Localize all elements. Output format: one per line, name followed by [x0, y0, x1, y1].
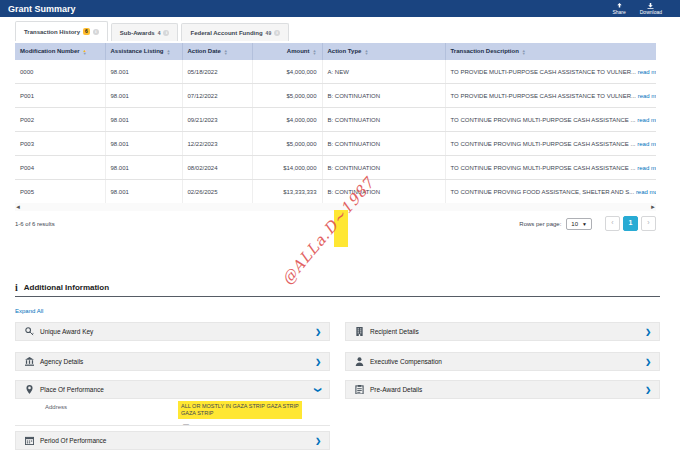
info-icon[interactable]: i	[93, 29, 99, 35]
page-title: Grant Summary	[8, 4, 76, 14]
address-value: ALL OR MOSTLY IN GAZA STRIP GAZA STRIP G…	[178, 401, 302, 419]
info-icon[interactable]: i	[274, 30, 280, 36]
chevron-right-icon: ❯	[315, 328, 321, 336]
table-row: P003 98.001 12/22/2023 $5,000,000 B: CON…	[15, 132, 656, 156]
map-marker-icon	[24, 385, 34, 395]
table-row: P001 98.001 07/12/2022 $5,000,000 B: CON…	[15, 84, 656, 108]
additional-information-header: i Additional Information	[15, 282, 109, 293]
read-more-link[interactable]: read more	[637, 117, 656, 123]
chevron-right-icon: ❯	[315, 358, 321, 366]
tab-federal-account-funding[interactable]: Federal Account Funding 49 i	[181, 23, 289, 41]
grant-summary-page: Grant Summary Share Download Transaction…	[0, 0, 680, 452]
section-title: Additional Information	[24, 283, 109, 292]
read-more-link[interactable]: read more	[637, 141, 656, 147]
results-count: 1-6 of 6 results	[15, 221, 55, 227]
info-icon[interactable]: i	[163, 30, 169, 36]
count-badge: 6	[83, 28, 90, 35]
accordion-agency-details[interactable]: Agency Details ❯	[15, 352, 330, 371]
tab-sub-awards[interactable]: Sub-Awards 4 i	[111, 23, 179, 41]
key-icon	[24, 327, 34, 337]
read-more-link[interactable]: read more	[637, 165, 656, 171]
next-page-button[interactable]: ›	[641, 216, 656, 231]
sort-icon: ▲▼	[313, 49, 317, 55]
address-dash: —	[183, 421, 189, 427]
chevron-right-icon: ❯	[645, 328, 651, 336]
chevron-down-icon: ❯	[314, 387, 322, 393]
clipboard-icon	[354, 385, 364, 395]
top-bar: Grant Summary Share Download	[0, 0, 680, 17]
chevron-right-icon: ❯	[315, 437, 321, 445]
expand-all-link[interactable]: Expand All	[15, 308, 43, 314]
table-row: P004 98.001 08/02/2024 $14,000,000 B: CO…	[15, 156, 656, 180]
sort-icon: ▲▼	[364, 49, 368, 55]
watermark-highlight	[334, 210, 348, 247]
sort-icon: ▲▼	[167, 49, 171, 55]
download-button[interactable]: Download	[640, 3, 662, 15]
rows-per-page-select[interactable]: 10 ▼	[566, 218, 592, 230]
col-action-date[interactable]: Action Date▲▼	[182, 43, 252, 60]
scroll-right-icon[interactable]: ►	[650, 203, 656, 211]
address-label: Address	[45, 404, 67, 410]
read-more-link[interactable]: read more	[638, 69, 656, 75]
chevron-down-icon: ▼	[582, 221, 587, 227]
person-icon	[354, 357, 364, 367]
chevron-right-icon: ❯	[645, 386, 651, 394]
place-of-performance-content: Address ALL OR MOSTLY IN GAZA STRIP GAZA…	[15, 399, 330, 426]
table-row: P002 98.001 09/21/2023 $4,000,000 B: CON…	[15, 108, 656, 132]
table-header-row: Modification Number▲▼ Assistance Listing…	[15, 43, 656, 60]
col-modification-number[interactable]: Modification Number▲▼	[15, 43, 105, 60]
col-amount[interactable]: Amount▲▼	[252, 43, 322, 60]
page-1-button[interactable]: 1	[623, 216, 638, 231]
transaction-table: Modification Number▲▼ Assistance Listing…	[15, 43, 656, 204]
col-assistance-listing[interactable]: Assistance Listing▲▼	[105, 43, 182, 60]
sort-icon: ▲▼	[224, 49, 228, 55]
read-more-link[interactable]: read more	[636, 189, 656, 195]
rows-per-page-label: Rows per page:	[519, 221, 561, 227]
accordion-recipient-details[interactable]: Recipient Details ❯	[345, 322, 660, 341]
read-more-link[interactable]: read more	[638, 93, 656, 99]
share-button[interactable]: Share	[612, 3, 625, 15]
accordion-pre-award-details[interactable]: Pre-Award Details ❯	[345, 380, 660, 399]
accordion-place-of-performance[interactable]: Place Of Performance ❯	[15, 380, 330, 399]
sort-icon: ▲▼	[522, 49, 526, 55]
chevron-right-icon: ❯	[645, 358, 651, 366]
accordion-unique-award-key[interactable]: Unique Award Key ❯	[15, 322, 330, 341]
accordion-period-of-performance[interactable]: Period Of Performance ❯	[15, 431, 330, 450]
prev-page-button[interactable]: ‹	[605, 216, 620, 231]
col-transaction-description[interactable]: Transaction Description▲▼	[445, 43, 656, 60]
bank-icon	[24, 357, 34, 367]
table-row: P005 98.001 02/26/2025 $13,333,333 B: CO…	[15, 180, 656, 204]
accordion-executive-compensation[interactable]: Executive Compensation ❯	[345, 352, 660, 371]
scroll-left-icon[interactable]: ◄	[15, 203, 21, 211]
calendar-icon	[24, 436, 34, 446]
table-row: 0000 98.001 05/18/2022 $4,000,000 A: NEW…	[15, 60, 656, 84]
col-action-type[interactable]: Action Type▲▼	[322, 43, 445, 60]
tab-transaction-history[interactable]: Transaction History 6 i	[15, 21, 108, 41]
building-icon	[354, 327, 364, 337]
tab-bar: Transaction History 6 i Sub-Awards 4 i F…	[15, 22, 292, 41]
info-icon: i	[15, 282, 18, 293]
pagination-controls: Rows per page: 10 ▼ ‹ 1 ›	[519, 216, 656, 231]
sort-icon: ▲▼	[83, 49, 87, 55]
divider	[15, 296, 660, 297]
